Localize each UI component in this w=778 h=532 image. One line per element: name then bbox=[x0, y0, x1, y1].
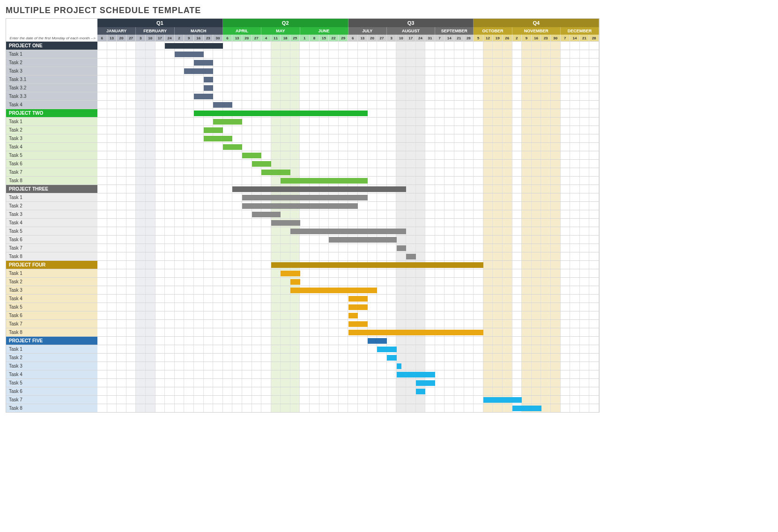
week-header: 28 bbox=[464, 35, 474, 41]
month-header: JUNE bbox=[300, 27, 348, 35]
project-bar[interactable] bbox=[194, 111, 368, 116]
week-header: 25 bbox=[290, 35, 300, 41]
task-bar[interactable] bbox=[281, 178, 367, 184]
task-bar[interactable] bbox=[397, 363, 401, 369]
task-label: Task 1 bbox=[6, 193, 97, 201]
task-bar[interactable] bbox=[406, 254, 416, 259]
week-header: 11 bbox=[271, 35, 281, 41]
week-header: 27 bbox=[252, 35, 262, 41]
task-bar[interactable] bbox=[252, 161, 271, 167]
task-label: Task 7 bbox=[6, 168, 97, 176]
week-header: 7 bbox=[561, 35, 571, 41]
task-bar[interactable] bbox=[290, 279, 300, 285]
task-label: Task 6 bbox=[6, 236, 97, 244]
task-bar[interactable] bbox=[397, 245, 407, 251]
week-header: 16 bbox=[194, 35, 204, 41]
week-header: 6 bbox=[223, 35, 233, 41]
task-bar[interactable] bbox=[512, 406, 541, 411]
month-header: APRIL bbox=[223, 27, 261, 35]
week-header: 28 bbox=[589, 35, 599, 41]
week-header: 2 bbox=[512, 35, 522, 41]
task-label: Task 2 bbox=[6, 202, 97, 210]
task-bar[interactable] bbox=[290, 229, 406, 234]
project-header: PROJECT THREE bbox=[6, 185, 97, 193]
task-label: Task 8 bbox=[6, 177, 97, 185]
project-bar[interactable] bbox=[368, 338, 387, 344]
week-header: 20 bbox=[117, 35, 126, 41]
gantt-chart: Q1Q2Q3Q4JANUARYFEBRUARYMARCHAPRILMAYJUNE… bbox=[6, 18, 600, 413]
task-bar[interactable] bbox=[175, 52, 204, 57]
task-label: Task 4 bbox=[6, 370, 97, 378]
week-header: 29 bbox=[339, 35, 348, 41]
week-header: 17 bbox=[406, 35, 416, 41]
task-label: Task 7 bbox=[6, 320, 97, 328]
task-label: Task 4 bbox=[6, 295, 97, 303]
task-bar[interactable] bbox=[348, 330, 483, 335]
task-bar[interactable] bbox=[204, 136, 233, 141]
task-label: Task 6 bbox=[6, 311, 97, 319]
week-header: 18 bbox=[281, 35, 290, 41]
task-bar[interactable] bbox=[184, 68, 213, 74]
task-bar[interactable] bbox=[242, 203, 358, 209]
task-bar[interactable] bbox=[242, 195, 368, 200]
task-label: Task 3 bbox=[6, 134, 97, 142]
task-bar[interactable] bbox=[271, 220, 300, 226]
task-bar[interactable] bbox=[416, 380, 435, 386]
quarter-header: Q1 bbox=[97, 19, 223, 27]
task-label: Task 4 bbox=[6, 101, 97, 109]
task-bar[interactable] bbox=[377, 347, 396, 352]
week-header: 23 bbox=[204, 35, 214, 41]
week-header: 21 bbox=[454, 35, 464, 41]
task-bar[interactable] bbox=[397, 372, 435, 377]
task-bar[interactable] bbox=[204, 85, 214, 91]
task-bar[interactable] bbox=[194, 94, 213, 99]
corner-hint: Enter the date of the first Monday of ea… bbox=[6, 35, 97, 41]
task-label: Task 7 bbox=[6, 244, 97, 252]
month-header: SEPTEMBER bbox=[435, 27, 474, 35]
task-label: Task 8 bbox=[6, 404, 97, 412]
task-bar[interactable] bbox=[223, 144, 242, 150]
month-header: OCTOBER bbox=[474, 27, 512, 35]
task-bar[interactable] bbox=[261, 170, 290, 175]
task-bar[interactable] bbox=[329, 237, 396, 243]
week-header: 22 bbox=[329, 35, 339, 41]
quarter-header: Q4 bbox=[474, 19, 599, 27]
project-header: PROJECT FIVE bbox=[6, 337, 97, 345]
task-bar[interactable] bbox=[483, 397, 522, 403]
task-bar[interactable] bbox=[204, 127, 223, 133]
task-label: Task 3 bbox=[6, 210, 97, 218]
task-bar[interactable] bbox=[242, 153, 261, 158]
project-bar[interactable] bbox=[165, 43, 223, 49]
week-header: 30 bbox=[551, 35, 561, 41]
task-bar[interactable] bbox=[290, 288, 377, 293]
week-header: 30 bbox=[213, 35, 223, 41]
week-header: 23 bbox=[541, 35, 551, 41]
task-bar[interactable] bbox=[348, 321, 368, 327]
page-title: MULTIPLE PROJECT SCHEDULE TEMPLATE bbox=[6, 6, 772, 15]
project-bar[interactable] bbox=[232, 186, 406, 192]
week-header: 21 bbox=[580, 35, 590, 41]
task-bar[interactable] bbox=[416, 389, 426, 394]
task-bar[interactable] bbox=[348, 296, 368, 302]
week-header: 2 bbox=[175, 35, 185, 41]
task-bar[interactable] bbox=[252, 212, 281, 217]
week-header: 3 bbox=[136, 35, 146, 41]
task-bar[interactable] bbox=[213, 119, 242, 125]
task-bar[interactable] bbox=[213, 102, 232, 108]
project-bar[interactable] bbox=[271, 262, 483, 268]
week-header: 17 bbox=[156, 35, 165, 41]
project-header: PROJECT TWO bbox=[6, 109, 97, 117]
task-bar[interactable] bbox=[387, 355, 397, 361]
task-bar[interactable] bbox=[281, 271, 300, 276]
task-bar[interactable] bbox=[348, 304, 368, 310]
task-label: Task 6 bbox=[6, 387, 97, 395]
task-bar[interactable] bbox=[348, 313, 358, 318]
week-header: 10 bbox=[146, 35, 156, 41]
task-bar[interactable] bbox=[204, 77, 214, 82]
quarter-header: Q2 bbox=[223, 19, 348, 27]
week-header: 16 bbox=[532, 35, 541, 41]
week-header: 19 bbox=[493, 35, 503, 41]
week-header: 24 bbox=[165, 35, 175, 41]
task-bar[interactable] bbox=[194, 60, 213, 66]
week-header: 6 bbox=[97, 35, 107, 41]
